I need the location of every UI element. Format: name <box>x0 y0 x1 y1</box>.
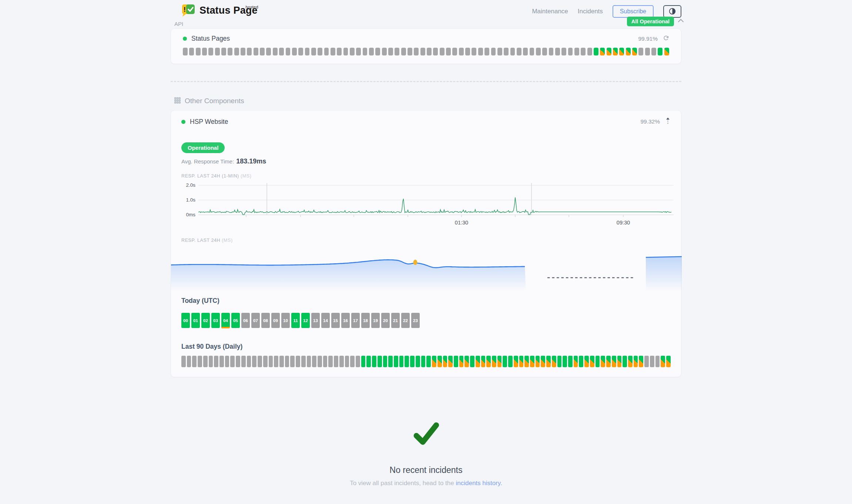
uptime-bar-nodata[interactable] <box>440 48 445 55</box>
uptime-bar-nodata[interactable] <box>234 48 239 55</box>
uptime-bar-nodata[interactable] <box>561 48 566 55</box>
uptime-bar-nodata[interactable] <box>312 356 316 367</box>
uptime-bar-up[interactable] <box>658 48 663 55</box>
uptime-bar-nodata[interactable] <box>323 356 328 367</box>
hour-cell-04-up-partial[interactable]: 04 <box>221 313 230 328</box>
uptime-bar-nodata[interactable] <box>581 48 586 55</box>
uptime-bar-degraded[interactable] <box>600 48 605 55</box>
uptime-bar-degraded[interactable] <box>432 356 436 367</box>
uptime-bar-nodata[interactable] <box>369 48 374 55</box>
uptime-bar-nodata[interactable] <box>472 48 476 55</box>
uptime-bar-nodata[interactable] <box>214 356 218 367</box>
uptime-bar-nodata[interactable] <box>311 48 316 55</box>
hour-cell-00-up[interactable]: 00 <box>181 313 190 328</box>
hour-cell-22-unknown[interactable]: 22 <box>401 313 410 328</box>
chevron-up-icon[interactable] <box>677 18 684 25</box>
uptime-bar-degraded[interactable] <box>481 356 486 367</box>
hour-cell-08-unknown[interactable]: 08 <box>261 313 270 328</box>
uptime-bar-nodata[interactable] <box>215 48 220 55</box>
uptime-bar-nodata[interactable] <box>221 48 226 55</box>
uptime-bar-nodata[interactable] <box>279 48 284 55</box>
uptime-bar-nodata[interactable] <box>274 356 278 367</box>
uptime-bar-nodata[interactable] <box>651 48 656 55</box>
uptime-bar-degraded[interactable] <box>664 48 669 55</box>
uptime-bar-degraded[interactable] <box>628 356 633 367</box>
uptime-bar-nodata[interactable] <box>241 48 245 55</box>
uptime-bar-up[interactable] <box>563 356 567 367</box>
uptime-bar-up[interactable] <box>394 356 398 367</box>
resp-last-24h-chart[interactable] <box>171 245 681 294</box>
hour-cell-23-unknown[interactable]: 23 <box>411 313 420 328</box>
uptime-bar-degraded[interactable] <box>607 48 611 55</box>
uptime-bar-nodata[interactable] <box>203 356 208 367</box>
uptime-bar-nodata[interactable] <box>298 48 303 55</box>
uptime-bar-degraded[interactable] <box>519 356 524 367</box>
uptime-bar-degraded[interactable] <box>619 48 624 55</box>
uptime-bar-degraded[interactable] <box>459 356 464 367</box>
uptime-bar-nodata[interactable] <box>292 48 297 55</box>
uptime-bar-nodata[interactable] <box>318 356 322 367</box>
uptime-bar-nodata[interactable] <box>258 356 262 367</box>
uptime-bar-nodata[interactable] <box>236 356 240 367</box>
uptime-bar-nodata[interactable] <box>273 48 278 55</box>
uptime-bar-nodata[interactable] <box>382 48 387 55</box>
uptime-bar-nodata[interactable] <box>228 48 232 55</box>
uptime-bar-nodata[interactable] <box>187 356 191 367</box>
uptime-bar-up[interactable] <box>372 356 376 367</box>
uptime-bar-nodata[interactable] <box>324 48 329 55</box>
uptime-bar-nodata[interactable] <box>345 356 349 367</box>
nav-item-maintenance[interactable]: Maintenance <box>532 8 568 15</box>
uptime-bar-nodata[interactable] <box>350 356 355 367</box>
uptime-bar-up[interactable] <box>405 356 409 367</box>
incidents-history-link[interactable]: incidents history <box>456 480 500 487</box>
uptime-bar-nodata[interactable] <box>356 356 360 367</box>
uptime-bar-degraded[interactable] <box>536 356 540 367</box>
uptime-bar-nodata[interactable] <box>247 356 251 367</box>
hour-cell-07-unknown[interactable]: 07 <box>251 313 260 328</box>
logo-link[interactable]: ! Status Page hosted <box>181 3 258 20</box>
uptime-bar-nodata[interactable] <box>209 356 213 367</box>
uptime-bar-nodata[interactable] <box>427 48 432 55</box>
hour-cell-05-up[interactable]: 05 <box>231 313 240 328</box>
uptime-bar-degraded[interactable] <box>524 356 529 367</box>
uptime-bar-nodata[interactable] <box>549 48 554 55</box>
uptime-bar-nodata[interactable] <box>285 356 289 367</box>
uptime-bar-up[interactable] <box>421 356 426 367</box>
uptime-bar-nodata[interactable] <box>307 356 311 367</box>
uptime-bar-nodata[interactable] <box>269 356 273 367</box>
uptime-bar-nodata[interactable] <box>433 48 438 55</box>
uptime-bar-nodata[interactable] <box>517 48 521 55</box>
hour-cell-17-unknown[interactable]: 17 <box>351 313 360 328</box>
uptime-bar-degraded[interactable] <box>546 356 551 367</box>
uptime-bar-nodata[interactable] <box>452 48 457 55</box>
status-badge[interactable]: All Operational <box>627 17 674 26</box>
uptime-bar-degraded[interactable] <box>492 356 496 367</box>
uptime-bar-up[interactable] <box>503 356 507 367</box>
uptime-bar-up[interactable] <box>568 356 573 367</box>
uptime-bar-nodata[interactable] <box>568 48 573 55</box>
uptime-bar-nodata[interactable] <box>420 48 425 55</box>
uptime-bar-nodata[interactable] <box>196 48 201 55</box>
uptime-bar-nodata[interactable] <box>296 356 300 367</box>
uptime-bar-nodata[interactable] <box>363 48 368 55</box>
hour-cell-20-unknown[interactable]: 20 <box>381 313 390 328</box>
uptime-bar-up[interactable] <box>383 356 388 367</box>
hour-cell-02-up[interactable]: 02 <box>201 313 210 328</box>
uptime-bar-nodata[interactable] <box>574 48 579 55</box>
uptime-bar-up[interactable] <box>399 356 404 367</box>
uptime-bar-nodata[interactable] <box>266 48 271 55</box>
hour-cell-18-unknown[interactable]: 18 <box>361 313 370 328</box>
uptime-bar-degraded[interactable] <box>661 356 665 367</box>
uptime-bar-nodata[interactable] <box>230 356 235 367</box>
hour-cell-15-unknown[interactable]: 15 <box>331 313 340 328</box>
uptime-bar-nodata[interactable] <box>247 48 252 55</box>
uptime-bar-nodata[interactable] <box>523 48 528 55</box>
uptime-bar-nodata[interactable] <box>446 48 451 55</box>
uptime-bar-nodata[interactable] <box>192 356 197 367</box>
uptime-bar-up[interactable] <box>388 356 393 367</box>
hour-cell-09-unknown[interactable]: 09 <box>271 313 280 328</box>
uptime-bar-nodata[interactable] <box>388 48 393 55</box>
uptime-bar-nodata[interactable] <box>350 48 355 55</box>
uptime-bar-degraded[interactable] <box>632 48 637 55</box>
uptime-bar-up[interactable] <box>410 356 415 367</box>
